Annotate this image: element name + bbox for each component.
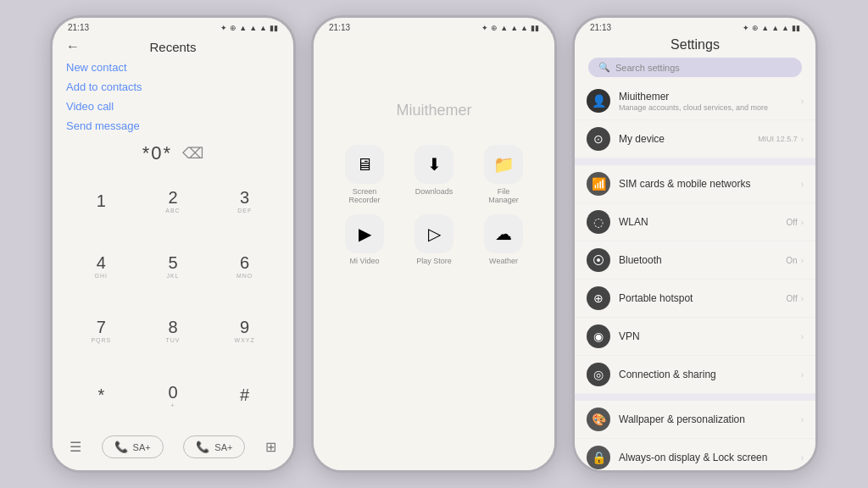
dial-key-3[interactable]: 3DEF xyxy=(209,169,280,233)
app-mi-video[interactable]: ▶ Mi Video xyxy=(335,214,394,265)
dial-key-8[interactable]: 8TUV xyxy=(138,299,209,363)
back-arrow-icon[interactable]: ← xyxy=(66,39,80,54)
sim-icon: 📶 xyxy=(587,172,610,196)
recents-header: ← Recents xyxy=(53,34,293,58)
app-file-manager[interactable]: 📁 FileManager xyxy=(474,145,533,204)
dial-key-0[interactable]: 0+ xyxy=(138,364,209,428)
dial-key-star[interactable]: * xyxy=(66,364,136,428)
connection-right: › xyxy=(801,370,804,380)
aod-info: Always-on display & Lock screen xyxy=(619,452,793,463)
phone-icon-1: 📞 xyxy=(114,441,128,453)
downloads-label: Downloads xyxy=(415,187,453,196)
settings-item-aod[interactable]: 🔒 Always-on display & Lock screen › xyxy=(575,439,815,470)
settings-item-miuithemer[interactable]: 👤 Miuithemer Manage accounts, cloud serv… xyxy=(575,82,815,120)
downloads-icon: ⬇ xyxy=(415,145,453,184)
settings-item-hotspot[interactable]: ⊕ Portable hotspot Off › xyxy=(575,280,815,318)
chevron-icon: › xyxy=(801,180,804,189)
call-button-1[interactable]: 📞 SA+ xyxy=(102,435,164,458)
chevron-icon: › xyxy=(801,294,804,303)
mydevice-version: MIUI 12.5.7 xyxy=(758,135,798,143)
vpn-info: VPN xyxy=(619,330,793,342)
settings-item-connection[interactable]: ◎ Connection & sharing › xyxy=(575,356,815,394)
settings-item-mydevice[interactable]: ⊙ My device MIUI 12.5.7 › xyxy=(575,120,815,158)
phone-recents: 21:13 ✦⊕▲▲▲▮▮ ← Recents New contact Add … xyxy=(50,15,296,473)
dialpad-grid-icon[interactable]: ⊞ xyxy=(265,439,276,455)
vpn-icon: ◉ xyxy=(587,324,610,348)
settings-item-sim[interactable]: 📶 SIM cards & mobile networks › xyxy=(575,165,815,203)
mydevice-info: My device xyxy=(619,133,749,145)
dial-key-4[interactable]: 4GHI xyxy=(66,235,136,298)
settings-divider-2 xyxy=(575,394,815,401)
recents-links: New contact Add to contacts Video call S… xyxy=(53,58,293,136)
status-bar-1: 21:13 ✦⊕▲▲▲▮▮ xyxy=(53,18,293,34)
time-1: 21:13 xyxy=(68,23,89,32)
send-message-link[interactable]: Send message xyxy=(66,119,280,132)
chevron-icon: › xyxy=(801,370,804,380)
app-weather[interactable]: ☁ Weather xyxy=(474,214,533,265)
call-btn-label-2: SA+ xyxy=(214,442,232,452)
new-contact-link[interactable]: New contact xyxy=(66,61,280,74)
search-placeholder: Search settings xyxy=(615,63,680,73)
status-bar-3: 21:13 ✦⊕▲▲▲▮▮ xyxy=(575,18,815,34)
search-bar[interactable]: 🔍 Search settings xyxy=(588,58,802,77)
chevron-icon: › xyxy=(801,256,804,265)
dial-key-1[interactable]: 1 xyxy=(66,169,136,233)
connection-icon: ◎ xyxy=(587,363,610,386)
connection-info: Connection & sharing xyxy=(619,369,793,380)
app-downloads[interactable]: ⬇ Downloads xyxy=(404,145,464,204)
settings-title: Settings xyxy=(575,34,815,58)
aod-name: Always-on display & Lock screen xyxy=(619,452,793,463)
status-icons-1: ✦⊕▲▲▲▮▮ xyxy=(220,24,278,32)
hotspot-name: Portable hotspot xyxy=(619,292,778,304)
hotspot-info: Portable hotspot xyxy=(619,292,778,304)
weather-icon: ☁ xyxy=(484,214,523,253)
dialpad: 1 2ABC 3DEF 4GHI 5JKL 6MNO 7PQRS 8TUV 9W… xyxy=(53,168,293,429)
dial-bottom-bar: ☰ 📞 SA+ 📞 SA+ ⊞ xyxy=(53,429,293,470)
dial-number: *0* xyxy=(142,142,172,164)
wallpaper-name: Wallpaper & personalization xyxy=(619,413,793,425)
screen-recorder-icon: 🖥 xyxy=(345,145,384,184)
chevron-icon: › xyxy=(801,97,804,106)
dial-key-2[interactable]: 2ABC xyxy=(138,169,209,233)
file-manager-label: FileManager xyxy=(488,187,519,204)
bluetooth-info: Bluetooth xyxy=(619,254,777,266)
dial-key-6[interactable]: 6MNO xyxy=(209,235,280,298)
call-button-2[interactable]: 📞 SA+ xyxy=(183,435,245,458)
chevron-icon: › xyxy=(801,332,804,341)
recents-title: Recents xyxy=(149,40,196,54)
chevron-icon: › xyxy=(801,453,804,463)
settings-divider-1 xyxy=(575,158,815,165)
add-to-contacts-link[interactable]: Add to contacts xyxy=(66,80,280,93)
bluetooth-name: Bluetooth xyxy=(619,254,777,266)
sim-right: › xyxy=(801,180,804,189)
sim-name: SIM cards & mobile networks xyxy=(619,178,793,190)
video-call-link[interactable]: Video call xyxy=(66,100,280,113)
status-icons-3: ✦⊕▲▲▲▮▮ xyxy=(743,24,800,32)
menu-icon[interactable]: ☰ xyxy=(70,439,81,455)
recents-content: ← Recents New contact Add to contacts Vi… xyxy=(53,34,293,470)
miuithemer-sub: Manage accounts, cloud services, and mor… xyxy=(619,103,793,112)
settings-item-bluetooth[interactable]: ⦿ Bluetooth On › xyxy=(575,241,815,280)
settings-item-wallpaper[interactable]: 🎨 Wallpaper & personalization › xyxy=(575,401,815,439)
dial-key-hash[interactable]: # xyxy=(209,364,280,428)
time-2: 21:13 xyxy=(329,23,350,32)
dial-key-9[interactable]: 9WXYZ xyxy=(209,299,280,363)
screen-recorder-label: ScreenRecorder xyxy=(348,187,380,204)
miuithemer-right: › xyxy=(801,97,804,106)
app-play-store[interactable]: ▷ Play Store xyxy=(404,214,464,265)
hotspot-value: Off xyxy=(787,294,798,303)
home-greeting: Miuithemer xyxy=(396,102,471,119)
settings-content: Settings 🔍 Search settings 👤 Miuithemer … xyxy=(575,34,815,470)
settings-item-wlan[interactable]: ◌ WLAN Off › xyxy=(575,203,815,241)
wlan-info: WLAN xyxy=(619,216,778,228)
dial-key-7[interactable]: 7PQRS xyxy=(66,299,136,363)
miuithemer-info: Miuithemer Manage accounts, cloud servic… xyxy=(619,91,793,112)
dial-key-5[interactable]: 5JKL xyxy=(138,235,209,298)
file-manager-icon: 📁 xyxy=(484,145,523,184)
app-screen-recorder[interactable]: 🖥 ScreenRecorder xyxy=(335,145,394,204)
backspace-icon[interactable]: ⌫ xyxy=(182,144,203,163)
chevron-icon: › xyxy=(801,415,804,424)
settings-item-vpn[interactable]: ◉ VPN › xyxy=(575,318,815,356)
phone-home: 21:13 ✦⊕▲▲▲▮▮ Miuithemer 🖥 ScreenRecorde… xyxy=(311,15,557,473)
mydevice-icon: ⊙ xyxy=(587,127,610,151)
